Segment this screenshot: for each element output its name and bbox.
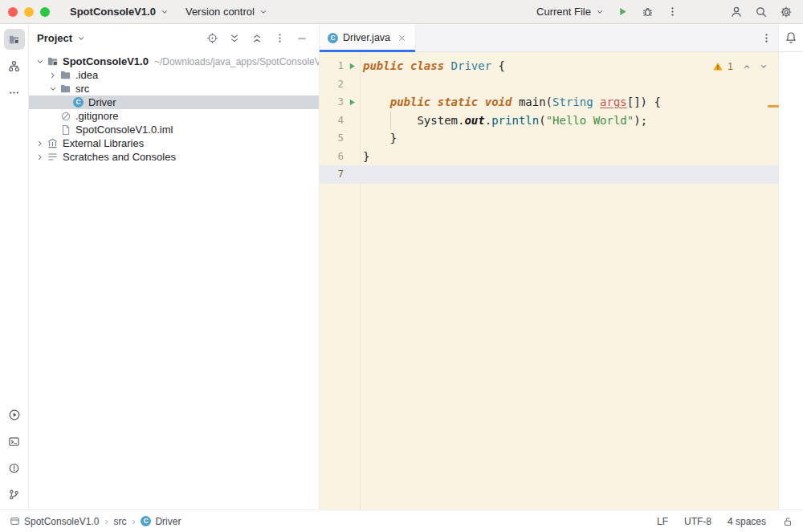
- chevron-right-icon[interactable]: [34, 151, 46, 163]
- ide-window: SpotConsoleV1.0 Version control Current …: [0, 0, 803, 532]
- project-panel-header: Project: [29, 24, 319, 52]
- libraries-icon: [46, 137, 59, 150]
- code-text: public static void main(String args[]) {: [360, 93, 661, 112]
- close-window-button[interactable]: [8, 7, 18, 17]
- tree-item-label: Scratches and Consoles: [63, 151, 176, 163]
- gutter-spacer: [344, 112, 360, 130]
- code-with-me-button[interactable]: [725, 2, 747, 22]
- gutter-spacer: [344, 129, 360, 148]
- editor-line-1[interactable]: 1public class Driver {: [320, 57, 778, 75]
- tree-indent-spacer: [47, 110, 59, 122]
- structure-tool-button[interactable]: [4, 55, 25, 76]
- breadcrumb-label: SpotConsoleV1.0: [24, 516, 99, 527]
- tree-item-label: External Libraries: [63, 137, 144, 149]
- tree-item-spotconsolev1-0[interactable]: SpotConsoleV1.0~/Downloads/java_apps/Spo…: [29, 55, 319, 68]
- project-view-mode-selector[interactable]: Project: [37, 32, 86, 44]
- run-line-icon[interactable]: [344, 57, 360, 75]
- panel-options-button[interactable]: [271, 30, 288, 47]
- tree-item-src[interactable]: src: [29, 82, 319, 95]
- folder-icon: [59, 83, 72, 95]
- status-bar-widgets: LF UTF-8 4 spaces: [657, 516, 793, 527]
- breadcrumb-item-src[interactable]: src: [113, 516, 126, 527]
- project-switcher-label: SpotConsoleV1.0: [70, 6, 156, 18]
- tree-item-scratches-and-consoles[interactable]: Scratches and Consoles: [29, 150, 319, 164]
- warning-stripe-mark[interactable]: [768, 105, 779, 108]
- tree-item-driver[interactable]: CDriver: [29, 95, 319, 109]
- search-everywhere-button[interactable]: [750, 2, 772, 22]
- terminal-tool-button[interactable]: [4, 431, 25, 452]
- chevron-down-icon[interactable]: [47, 83, 59, 95]
- chevron-down-icon: [160, 7, 169, 17]
- breadcrumb-label: Driver: [155, 516, 181, 527]
- code-text: [360, 165, 363, 184]
- run-icon: [617, 6, 629, 18]
- tab-options-button[interactable]: [754, 24, 778, 51]
- indent-guide: [390, 112, 391, 129]
- editor-line-2[interactable]: 2: [320, 75, 778, 94]
- more-icon: [8, 87, 20, 99]
- close-tab-button[interactable]: [397, 33, 407, 43]
- hide-panel-button[interactable]: [293, 30, 311, 47]
- expand-all-button[interactable]: [226, 30, 243, 47]
- line-separator-widget[interactable]: LF: [657, 516, 668, 527]
- tree-item-external-libraries[interactable]: External Libraries: [29, 136, 319, 150]
- folder-icon: [59, 69, 72, 82]
- lock-icon: [782, 516, 793, 527]
- breadcrumb-item-spotconsolev1-0[interactable]: SpotConsoleV1.0: [10, 516, 99, 527]
- tab-bar-empty-space: [416, 24, 754, 51]
- tab-driver-java[interactable]: C Driver.java: [320, 24, 416, 51]
- warning-icon: [712, 61, 724, 72]
- project-switcher[interactable]: SpotConsoleV1.0: [66, 3, 173, 20]
- locate-file-button[interactable]: [203, 30, 221, 47]
- code-editor[interactable]: 1public class Driver {23 public static v…: [320, 52, 778, 510]
- run-configuration-selector[interactable]: Current File: [532, 3, 609, 20]
- chevron-right-icon[interactable]: [47, 69, 59, 81]
- editor-line-4[interactable]: 4 System.out.println("Hello World");: [320, 112, 778, 130]
- version-control-tool-button[interactable]: [4, 484, 25, 505]
- settings-button[interactable]: [775, 2, 797, 22]
- run-button[interactable]: [612, 2, 634, 22]
- encoding-widget[interactable]: UTF-8: [684, 516, 711, 527]
- problems-tool-button[interactable]: [4, 457, 25, 478]
- tree-item-spotconsolev1-0-iml[interactable]: SpotConsoleV1.0.iml: [29, 123, 319, 136]
- zoom-window-button[interactable]: [40, 7, 50, 17]
- chevron-down-icon: [759, 62, 768, 71]
- indent-widget[interactable]: 4 spaces: [728, 516, 766, 527]
- more-actions-button[interactable]: [662, 2, 683, 22]
- editor-line-7[interactable]: 7: [320, 165, 778, 184]
- line-number: 1: [320, 57, 344, 75]
- readonly-toggle[interactable]: [782, 516, 793, 527]
- debug-button[interactable]: [637, 2, 658, 22]
- run-line-icon[interactable]: [344, 93, 360, 112]
- expand-all-icon: [229, 33, 240, 44]
- line-number: 5: [320, 129, 344, 148]
- project-tool-window: Project SpotConsoleV1.0~/Downloads/java_…: [29, 24, 320, 510]
- chevron-down-icon: [259, 7, 268, 17]
- tree-item-path: ~/Downloads/java_apps/SpotConsoleV1.0: [154, 56, 319, 67]
- editor-line-6[interactable]: 6}: [320, 148, 778, 166]
- project-tool-button[interactable]: [4, 29, 25, 50]
- notifications-button[interactable]: [785, 31, 797, 44]
- collapse-all-button[interactable]: [248, 30, 266, 47]
- minimize-window-button[interactable]: [24, 7, 34, 17]
- next-problem-button[interactable]: [757, 60, 770, 73]
- prev-problem-button[interactable]: [740, 60, 753, 73]
- tree-item-gitignore[interactable]: .gitignore: [29, 109, 319, 123]
- vcs-menu[interactable]: Version control: [181, 3, 272, 20]
- breadcrumb-item-driver[interactable]: CDriver: [141, 516, 181, 527]
- close-icon: [397, 33, 407, 43]
- file-icon: [59, 124, 72, 136]
- tree-item-label: SpotConsoleV1.0: [63, 55, 149, 67]
- tree-item-idea[interactable]: .idea: [29, 68, 319, 82]
- editor-line-3[interactable]: 3 public static void main(String args[])…: [320, 93, 778, 112]
- tree-item-label: Driver: [88, 96, 116, 108]
- more-tool-windows-button[interactable]: [4, 82, 25, 103]
- chevron-down-icon[interactable]: [34, 55, 46, 67]
- scrollbar-error-stripe[interactable]: [778, 52, 803, 510]
- editor-line-5[interactable]: 5 }: [320, 129, 778, 148]
- chevron-up-icon: [742, 62, 752, 71]
- chevron-right-icon[interactable]: [34, 137, 46, 149]
- run-tool-button[interactable]: [4, 404, 25, 425]
- chevron-down-icon: [595, 7, 605, 17]
- warning-count: 1: [728, 58, 733, 76]
